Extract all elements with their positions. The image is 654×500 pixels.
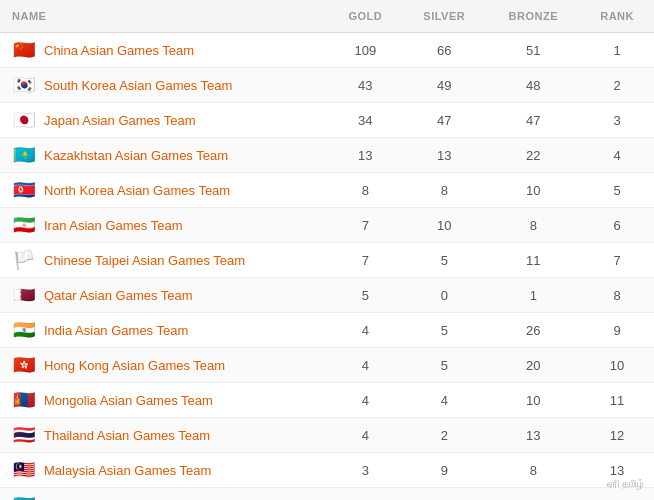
table-row: 🇰🇿Kazakhstan Asian Games Team1313224: [0, 138, 654, 173]
table-row: 🇲🇾Malaysia Asian Games Team39813: [0, 453, 654, 488]
table-header: NAME GOLD SILVER BRONZE RANK: [0, 0, 654, 33]
table-row: 🏳️Chinese Taipei Asian Games Team75117: [0, 243, 654, 278]
col-name: NAME: [0, 0, 328, 33]
rank-value: 1: [580, 33, 654, 68]
team-flag: 🇲🇾: [12, 462, 36, 478]
rank-value: 11: [580, 383, 654, 418]
team-name-cell: 🇹🇭Thailand Asian Games Team: [0, 418, 328, 453]
gold-count: 8: [328, 173, 402, 208]
team-name-label: Malaysia Asian Games Team: [44, 463, 211, 478]
watermark: ஏரி தமிழ்: [607, 478, 645, 490]
col-silver: SILVER: [402, 0, 486, 33]
gold-count: 5: [328, 278, 402, 313]
table-body: 🇨🇳China Asian Games Team10966511🇰🇷South …: [0, 33, 654, 501]
team-name-cell: 🇶🇦Qatar Asian Games Team: [0, 278, 328, 313]
table-row: 🇶🇦Qatar Asian Games Team5018: [0, 278, 654, 313]
silver-count: 4: [402, 383, 486, 418]
team-name-label: India Asian Games Team: [44, 323, 188, 338]
team-flag: 🏳️: [12, 252, 36, 268]
silver-count: 9: [402, 453, 486, 488]
team-name-label: Qatar Asian Games Team: [44, 288, 193, 303]
team-name-cell: 🏳️Chinese Taipei Asian Games Team: [0, 243, 328, 278]
col-gold: GOLD: [328, 0, 402, 33]
silver-count: 8: [402, 173, 486, 208]
rank-value: 6: [580, 208, 654, 243]
team-name-cell: 🇨🇳China Asian Games Team: [0, 33, 328, 68]
table-row: 🇯🇵Japan Asian Games Team3447473: [0, 103, 654, 138]
gold-count: 4: [328, 383, 402, 418]
bronze-count: 10: [486, 488, 580, 501]
bronze-count: 48: [486, 68, 580, 103]
team-name-label: Chinese Taipei Asian Games Team: [44, 253, 245, 268]
table-row: 🇮🇳India Asian Games Team45269: [0, 313, 654, 348]
team-name-cell: 🇮🇷Iran Asian Games Team: [0, 208, 328, 243]
table-row: 🇨🇳China Asian Games Team10966511: [0, 33, 654, 68]
team-name-label: Japan Asian Games Team: [44, 113, 196, 128]
team-name-cell: 🇰🇷South Korea Asian Games Team: [0, 68, 328, 103]
team-name-label: South Korea Asian Games Team: [44, 78, 232, 93]
rank-value: 9: [580, 313, 654, 348]
rank-value: 12: [580, 418, 654, 453]
bronze-count: 8: [486, 208, 580, 243]
team-flag: 🇰🇷: [12, 77, 36, 93]
gold-count: 4: [328, 348, 402, 383]
team-flag: 🇨🇳: [12, 42, 36, 58]
silver-count: 2: [402, 418, 486, 453]
team-name-label: Kazakhstan Asian Games Team: [44, 148, 228, 163]
bronze-count: 8: [486, 453, 580, 488]
silver-count: 13: [402, 138, 486, 173]
team-flag: 🇰🇵: [12, 182, 36, 198]
bronze-count: 22: [486, 138, 580, 173]
silver-count: 49: [402, 68, 486, 103]
rank-value: 5: [580, 173, 654, 208]
bronze-count: 26: [486, 313, 580, 348]
bronze-count: 10: [486, 383, 580, 418]
team-flag: 🇲🇳: [12, 392, 36, 408]
team-name-label: North Korea Asian Games Team: [44, 183, 230, 198]
gold-count: 7: [328, 243, 402, 278]
bronze-count: 13: [486, 418, 580, 453]
team-name-label: Hong Kong Asian Games Team: [44, 358, 225, 373]
bronze-count: 10: [486, 173, 580, 208]
gold-count: 34: [328, 103, 402, 138]
table-row: 🇹🇭Thailand Asian Games Team421312: [0, 418, 654, 453]
table-row: 🇮🇷Iran Asian Games Team71086: [0, 208, 654, 243]
gold-count: 3: [328, 453, 402, 488]
bronze-count: 11: [486, 243, 580, 278]
team-name-label: Thailand Asian Games Team: [44, 428, 210, 443]
table-row: 🇭🇰Hong Kong Asian Games Team452010: [0, 348, 654, 383]
bronze-count: 1: [486, 278, 580, 313]
team-name-cell: 🇮🇳India Asian Games Team: [0, 313, 328, 348]
gold-count: 43: [328, 68, 402, 103]
team-name-cell: 🇲🇳Mongolia Asian Games Team: [0, 383, 328, 418]
team-flag: 🇮🇷: [12, 217, 36, 233]
medal-table: NAME GOLD SILVER BRONZE RANK 🇨🇳China Asi…: [0, 0, 654, 500]
bronze-count: 20: [486, 348, 580, 383]
team-flag: 🇮🇳: [12, 322, 36, 338]
team-name-cell: 🇭🇰Hong Kong Asian Games Team: [0, 348, 328, 383]
team-flag: 🇶🇦: [12, 287, 36, 303]
silver-count: 66: [402, 33, 486, 68]
gold-count: 4: [328, 313, 402, 348]
gold-count: 4: [328, 418, 402, 453]
team-name-cell: 🇯🇵Japan Asian Games Team: [0, 103, 328, 138]
rank-value: 4: [580, 138, 654, 173]
rank-value: 2: [580, 68, 654, 103]
team-name-label: China Asian Games Team: [44, 43, 194, 58]
team-flag: 🇹🇭: [12, 427, 36, 443]
rank-value: 7: [580, 243, 654, 278]
team-flag: 🇯🇵: [12, 112, 36, 128]
team-name-label: Mongolia Asian Games Team: [44, 393, 213, 408]
team-name-cell: 🇰🇵North Korea Asian Games Team: [0, 173, 328, 208]
silver-count: 10: [402, 208, 486, 243]
team-name-cell: 🇰🇿Kazakhstan Asian Games Team: [0, 138, 328, 173]
silver-count: 4: [402, 488, 486, 501]
gold-count: 13: [328, 138, 402, 173]
bronze-count: 47: [486, 103, 580, 138]
team-name-label: Iran Asian Games Team: [44, 218, 183, 233]
gold-count: 3: [328, 488, 402, 501]
rank-value: 8: [580, 278, 654, 313]
gold-count: 7: [328, 208, 402, 243]
team-flag: 🇰🇿: [12, 147, 36, 163]
bronze-count: 51: [486, 33, 580, 68]
